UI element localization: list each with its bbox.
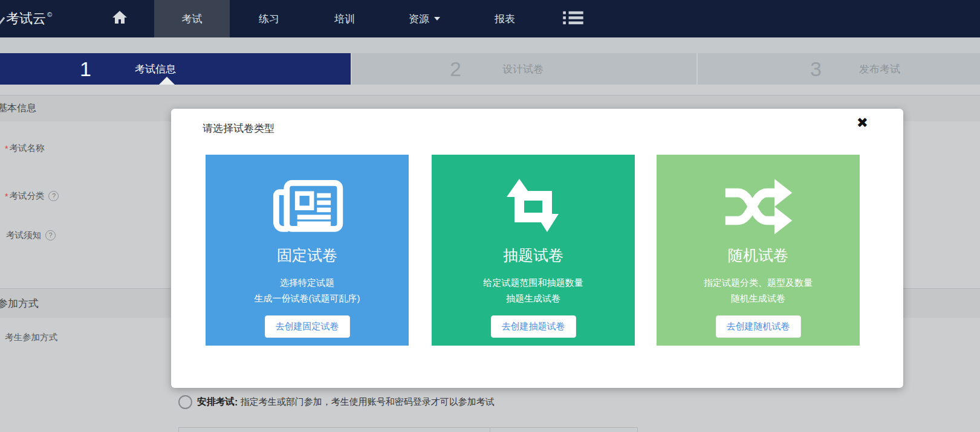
nav-menu-list[interactable] <box>555 0 591 37</box>
field-exam-category: * 考试分类 ? <box>5 190 59 202</box>
step-2-design-paper[interactable]: 2 设计试卷 <box>351 53 696 85</box>
nav-tab-exam[interactable]: 考试 <box>154 0 230 37</box>
nav-tab-resources-label: 资源 <box>409 12 429 26</box>
nav-home[interactable] <box>104 0 135 37</box>
arrange-exam-radio[interactable] <box>178 395 192 409</box>
nav-tab-training-label: 培训 <box>334 12 355 26</box>
card-fixed-paper: 固定试卷 选择特定试题 生成一份试卷(试题可乱序) 去创建固定试卷 <box>206 155 409 346</box>
list-icon <box>563 10 583 28</box>
card-fixed-paper-desc: 选择特定试题 生成一份试卷(试题可乱序) <box>255 275 360 306</box>
card-drawn-paper-desc-line2: 抽题生成试卷 <box>484 291 583 306</box>
nav-tab-practice[interactable]: 练习 <box>245 0 293 37</box>
nav-tab-reports[interactable]: 报表 <box>481 0 529 37</box>
card-fixed-paper-title: 固定试卷 <box>277 245 337 265</box>
field-exam-notice-label: 考试须知 <box>6 230 41 241</box>
card-random-paper: 随机试卷 指定试题分类、题型及数量 随机生成试卷 去创建随机试卷 <box>657 155 860 346</box>
field-exam-notice: 考试须知 ? <box>6 230 56 241</box>
nav-tab-practice-label: 练习 <box>259 12 279 26</box>
newspaper-icon <box>270 175 344 238</box>
copyright-mark: © <box>47 11 52 18</box>
arrange-exam-label: 安排考试 <box>197 396 235 408</box>
field-join-method-label: 考生参加方式 <box>5 332 57 343</box>
required-asterisk: * <box>5 144 8 153</box>
nav-tab-training[interactable]: 培训 <box>320 0 369 37</box>
nav-tab-exam-label: 考试 <box>182 12 203 26</box>
card-drawn-paper-desc: 给定试题范围和抽题数量 抽题生成试卷 <box>484 275 583 306</box>
step-2-label: 设计试卷 <box>502 62 544 76</box>
step-1-number: 1 <box>80 57 91 81</box>
table-header-edge <box>178 427 638 432</box>
shuffle-icon <box>721 175 796 238</box>
card-random-paper-desc-line2: 随机生成试卷 <box>704 291 813 306</box>
modal-title: 请选择试卷类型 <box>203 121 274 135</box>
create-drawn-paper-button[interactable]: 去创建抽题试卷 <box>491 315 576 338</box>
step-3-label: 发布考试 <box>859 62 900 76</box>
card-random-paper-desc: 指定试题分类、题型及数量 随机生成试卷 <box>704 275 813 306</box>
card-fixed-paper-desc-line2: 生成一份试卷(试题可乱序) <box>255 291 360 306</box>
step-3-number: 3 <box>810 57 822 81</box>
field-exam-name-label: 考试名称 <box>9 143 44 154</box>
nav-tab-reports-label: 报表 <box>495 12 515 26</box>
card-random-paper-title: 随机试卷 <box>728 245 788 265</box>
nav-tab-resources[interactable]: 资源 <box>394 0 455 37</box>
card-fixed-paper-desc-line1: 选择特定试题 <box>255 275 360 291</box>
home-icon <box>112 10 128 28</box>
field-exam-category-label: 考试分类 <box>9 190 44 202</box>
chevron-down-icon <box>434 17 440 21</box>
section-basic-info-title: 基本信息 <box>0 102 36 115</box>
close-icon[interactable]: ✖ <box>857 116 868 130</box>
logo-glyph <box>0 17 5 31</box>
field-exam-name: * 考试名称 <box>5 143 44 154</box>
help-icon[interactable]: ? <box>48 191 59 201</box>
loop-arrows-icon <box>501 175 566 238</box>
app-logo[interactable]: 考试云© <box>6 0 52 37</box>
field-join-method: 考生参加方式 <box>5 332 57 343</box>
exam-cloud-app: 考试云© 考试 练习 培训 资源 报表 <box>0 0 980 432</box>
required-asterisk: * <box>5 192 8 201</box>
arrange-exam-option: 安排考试: 指定考生或部门参加，考生使用账号和密码登录才可以参加考试 <box>178 395 495 409</box>
table-column-divider <box>490 428 490 432</box>
app-logo-text: 考试云 <box>6 10 46 28</box>
arrange-exam-separator: : <box>235 397 241 408</box>
step-1-label: 考试信息 <box>135 62 176 76</box>
arrange-exam-description: 指定考生或部门参加，考生使用账号和密码登录才可以参加考试 <box>241 396 495 408</box>
create-fixed-paper-button[interactable]: 去创建固定试卷 <box>265 315 350 338</box>
active-step-pointer <box>159 77 175 85</box>
card-drawn-paper-title: 抽题试卷 <box>503 245 563 265</box>
step-2-number: 2 <box>450 57 461 81</box>
card-drawn-paper: 抽题试卷 给定试题范围和抽题数量 抽题生成试卷 去创建抽题试卷 <box>432 155 635 346</box>
section-join-method-title: 参加方式 <box>0 297 39 311</box>
create-random-paper-button[interactable]: 去创建随机试卷 <box>716 315 801 338</box>
card-drawn-paper-desc-line1: 给定试题范围和抽题数量 <box>484 275 583 291</box>
card-random-paper-desc-line1: 指定试题分类、题型及数量 <box>704 275 813 291</box>
subnav-strip <box>0 37 980 53</box>
step-3-publish-exam[interactable]: 3 发布考试 <box>696 53 980 85</box>
paper-type-modal: 请选择试卷类型 ✖ 固定试卷 选择特定试题 生成一份试卷(试题可乱序) <box>171 109 903 388</box>
help-icon[interactable]: ? <box>45 230 56 240</box>
top-nav: 考试云© 考试 练习 培训 资源 报表 <box>0 0 980 37</box>
